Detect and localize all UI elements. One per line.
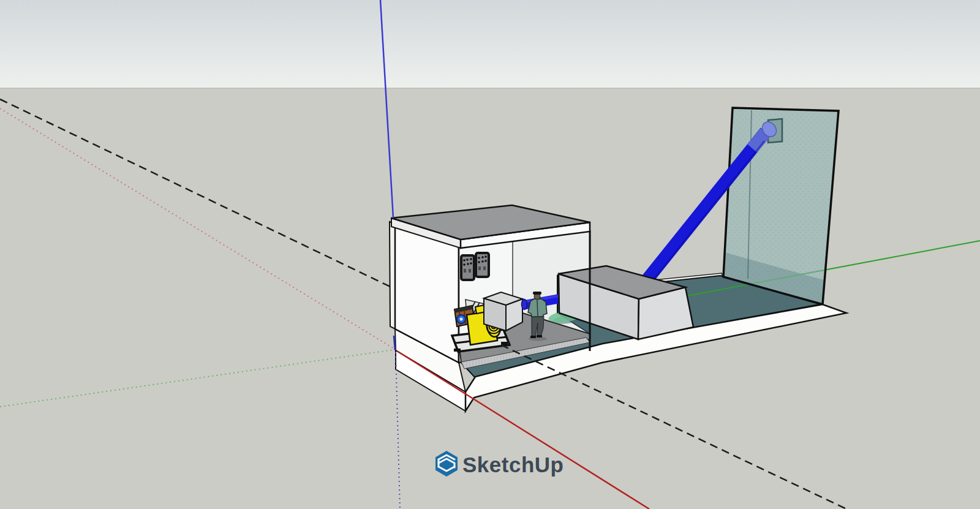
worker-cap bbox=[533, 292, 541, 295]
worker-shoe-right bbox=[537, 335, 542, 337]
control-panels[interactable] bbox=[461, 253, 489, 280]
left-sliver-wall bbox=[390, 222, 395, 329]
worker-legs bbox=[532, 316, 544, 336]
outlet-cube[interactable] bbox=[484, 292, 522, 331]
control-panel-2 bbox=[476, 253, 489, 277]
worker-shoe-left bbox=[530, 336, 536, 338]
sky bbox=[0, 0, 980, 88]
3d-viewport[interactable]: SketchUp bbox=[0, 0, 980, 509]
glass-tank-wall[interactable] bbox=[723, 108, 839, 304]
control-panel-1 bbox=[461, 255, 474, 280]
pipe-flange bbox=[522, 300, 527, 310]
watermark-label: SketchUp bbox=[462, 453, 564, 477]
